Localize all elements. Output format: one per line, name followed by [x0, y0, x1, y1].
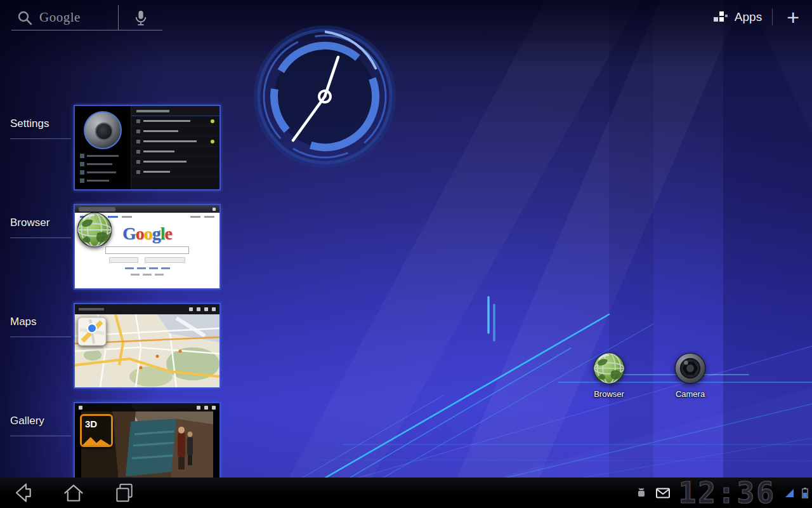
recent-row-settings: Settings — [0, 105, 241, 194]
home-icon — [61, 480, 86, 505]
search-icon — [16, 10, 33, 26]
recent-label-gallery: Gallery — [10, 415, 71, 436]
back-icon — [10, 480, 36, 505]
indicator-cluster — [785, 488, 808, 498]
recent-label-browser: Browser — [10, 217, 71, 238]
apps-grid-icon — [712, 10, 729, 25]
camera-icon — [674, 352, 707, 385]
home-screen: Google Apps + Settings — [0, 0, 812, 508]
settings-preview — [75, 106, 219, 189]
home-button[interactable] — [56, 478, 91, 508]
recent-label-settings: Settings — [10, 117, 71, 139]
gallery-toolbar-preview — [75, 403, 219, 411]
google-search-widget[interactable]: Google — [11, 5, 162, 30]
search-input[interactable]: Google — [11, 5, 118, 30]
settings-nav-preview — [75, 154, 131, 183]
recents-icon — [112, 480, 137, 505]
desktop-icon-label: Camera — [666, 389, 714, 399]
usb-debug-icon — [636, 487, 647, 498]
recent-row-maps: Maps — [0, 303, 241, 392]
recent-thumbnail-maps[interactable] — [74, 303, 221, 389]
apps-button[interactable]: Apps — [712, 10, 762, 25]
top-right-actions: Apps + — [712, 5, 803, 29]
mic-icon — [134, 9, 148, 27]
speaker-icon — [84, 111, 122, 149]
gallery-app-icon: 3D — [80, 414, 113, 447]
browser-preview: Google — [75, 205, 219, 288]
recent-thumbnail-gallery[interactable]: 3D — [74, 402, 221, 488]
globe-icon — [593, 352, 625, 385]
search-box-preview — [105, 246, 189, 254]
recent-apps-button[interactable] — [107, 478, 142, 508]
gallery-3d-badge: 3D — [85, 418, 97, 429]
maps-app-icon — [77, 317, 107, 346]
signal-icon — [785, 488, 794, 498]
maps-toolbar-preview — [75, 304, 219, 314]
voice-search-button[interactable] — [118, 5, 162, 30]
system-bar: 12:36 — [0, 478, 812, 508]
battery-icon — [802, 488, 808, 498]
apps-label: Apps — [735, 10, 762, 24]
recent-thumbnail-settings[interactable] — [74, 105, 221, 190]
status-area[interactable]: 12:36 — [636, 479, 812, 507]
back-button[interactable] — [5, 478, 41, 508]
recent-row-browser: Browser Google — [0, 204, 241, 293]
system-clock: 12:36 — [679, 479, 776, 507]
analog-clock-widget[interactable] — [252, 23, 398, 170]
desktop-icon-label: Browser — [585, 389, 633, 399]
recent-label-maps: Maps — [10, 316, 71, 337]
settings-list-preview — [131, 106, 219, 189]
recent-thumbnail-browser[interactable]: Google — [74, 204, 221, 290]
add-widget-button[interactable]: + — [783, 8, 803, 27]
maps-preview — [75, 304, 219, 387]
gallery-preview: 3D — [75, 403, 219, 486]
topbar-divider — [772, 9, 773, 25]
desktop-icon-camera[interactable]: Camera — [666, 352, 714, 399]
email-notification-icon — [656, 488, 670, 498]
browser-app-icon — [76, 211, 113, 248]
desktop-icon-browser[interactable]: Browser — [585, 352, 633, 399]
search-label: Google — [39, 10, 81, 25]
